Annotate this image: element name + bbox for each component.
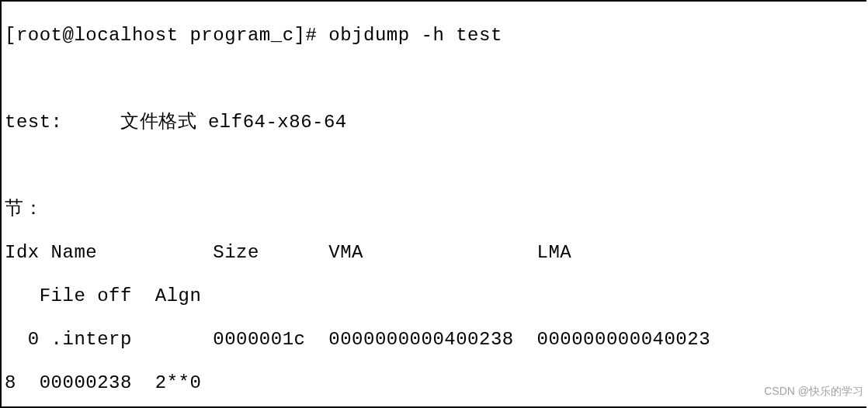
- file-format-line: test: 文件格式 elf64-x86-64: [5, 112, 866, 133]
- blank-line: [5, 68, 866, 90]
- blank-line: [5, 155, 866, 177]
- prompt-line: [root@localhost program_c]# objdump -h t…: [5, 25, 866, 47]
- sections-label: 节：: [5, 199, 866, 220]
- section-0-line-2: 8 00000238 2**0: [5, 372, 866, 394]
- header-line-1: Idx Name Size VMA LMA: [5, 242, 866, 264]
- header-line-2: File off Algn: [5, 285, 866, 307]
- watermark-text: CSDN @快乐的学习: [764, 380, 863, 402]
- terminal-output: [root@localhost program_c]# objdump -h t…: [0, 0, 866, 408]
- section-0-line-1: 0 .interp 0000001c 0000000000400238 0000…: [5, 329, 866, 351]
